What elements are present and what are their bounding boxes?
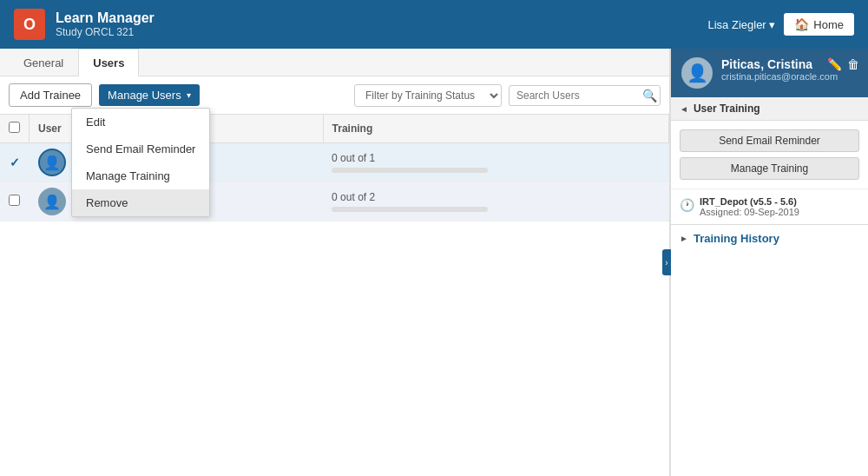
row-2-avatar: 👤 — [38, 188, 66, 215]
person-icon: 👤 — [43, 194, 61, 210]
user-training-section: ◄ User Training Send Email Reminder Mana… — [671, 97, 868, 252]
dropdown-item-manage-training[interactable]: Manage Training — [72, 162, 209, 189]
select-all-checkbox[interactable] — [9, 122, 20, 133]
header-right: Lisa Ziegler ▾ 🏠 Home — [708, 13, 855, 36]
row-1-checkbox-cell: ✓ — [0, 143, 30, 182]
manage-training-button[interactable]: Manage Training — [680, 157, 859, 180]
col-checkbox — [0, 115, 30, 143]
toolbar: Add Trainee Manage Users ▾ Edit Send Ema… — [0, 76, 669, 115]
user-profile: 👤 Piticas, Cristina cristina.piticas@ora… — [671, 49, 868, 97]
dropdown-item-remove[interactable]: Remove — [72, 189, 209, 216]
training-history-toggle[interactable]: ► Training History — [680, 232, 859, 245]
profile-email: cristina.piticas@oracle.com — [721, 71, 858, 82]
dropdown-item-send-email[interactable]: Send Email Reminder — [72, 136, 209, 162]
row-1-training-cell: 0 out of 1 — [323, 143, 668, 182]
training-item: 🕐 IRT_Depot (v5.5 - 5.6) Assigned: 09-Se… — [671, 188, 868, 224]
search-icon: 🔍 — [642, 89, 657, 102]
triangle-right-icon: ► — [680, 234, 688, 243]
app-icon: O — [14, 9, 45, 40]
avatar: 👤 — [681, 57, 713, 89]
training-history-label: Training History — [694, 232, 779, 245]
training-item-name: IRT_Depot (v5.5 - 5.6) — [700, 196, 799, 207]
triangle-icon: ◄ — [680, 104, 688, 114]
app-subtitle: Study ORCL 321 — [56, 26, 155, 38]
search-input[interactable] — [516, 89, 642, 102]
send-email-reminder-button[interactable]: Send Email Reminder — [680, 129, 859, 152]
profile-actions: ✏️ 🗑 — [827, 57, 859, 71]
edit-profile-button[interactable]: ✏️ — [827, 57, 842, 71]
row-1-progress-bar-bg — [332, 168, 488, 173]
row-2-progress-bar-bg — [332, 207, 488, 212]
app-header: O Learn Manager Study ORCL 321 Lisa Zieg… — [0, 0, 868, 49]
right-panel: › 👤 Piticas, Cristina cristina.piticas@o… — [670, 49, 868, 476]
tab-bar: General Users — [0, 49, 669, 76]
user-training-header: ◄ User Training — [671, 97, 868, 121]
main-content: General Users Add Trainee Manage Users ▾… — [0, 49, 868, 476]
row-2-checkbox[interactable] — [9, 195, 20, 206]
training-item-date: Assigned: 09-Sep-2019 — [700, 207, 799, 217]
add-trainee-button[interactable]: Add Trainee — [9, 83, 92, 107]
app-title: Learn Manager — [56, 10, 155, 26]
filter-training-status[interactable]: Filter by Training Status — [354, 84, 502, 107]
left-panel: General Users Add Trainee Manage Users ▾… — [0, 49, 670, 476]
user-name: Lisa Ziegler ▾ — [708, 18, 776, 31]
dropdown-item-edit[interactable]: Edit — [72, 109, 209, 136]
row-2-checkbox-cell — [0, 182, 30, 221]
home-icon: 🏠 — [794, 17, 809, 31]
search-box: 🔍 — [509, 85, 661, 106]
row-1-check-mark: ✓ — [10, 155, 20, 169]
dropdown-arrow-icon: ▾ — [187, 90, 191, 100]
manage-users-dropdown: Edit Send Email Reminder Manage Training… — [71, 108, 210, 217]
home-button[interactable]: 🏠 Home — [784, 13, 854, 36]
app-title-block: Learn Manager Study ORCL 321 — [56, 10, 155, 38]
training-item-info: IRT_Depot (v5.5 - 5.6) Assigned: 09-Sep-… — [700, 196, 799, 217]
row-1-avatar: 👤 — [38, 149, 66, 176]
tab-general[interactable]: General — [9, 49, 78, 76]
training-buttons: Send Email Reminder Manage Training — [671, 121, 868, 188]
col-training: Training — [323, 115, 668, 143]
delete-profile-button[interactable]: 🗑 — [847, 57, 859, 71]
header-left: O Learn Manager Study ORCL 321 — [14, 9, 155, 40]
clock-icon: 🕐 — [680, 198, 694, 212]
person-icon: 👤 — [43, 155, 61, 171]
chevron-right-icon: › — [665, 258, 667, 268]
tab-users[interactable]: Users — [78, 49, 139, 76]
training-history-section: ► Training History — [671, 224, 868, 252]
person-icon: 👤 — [687, 63, 708, 83]
manage-users-button[interactable]: Manage Users ▾ — [99, 84, 200, 106]
collapse-handle[interactable]: › — [662, 249, 671, 275]
row-2-training-cell: 0 out of 2 — [323, 182, 668, 221]
